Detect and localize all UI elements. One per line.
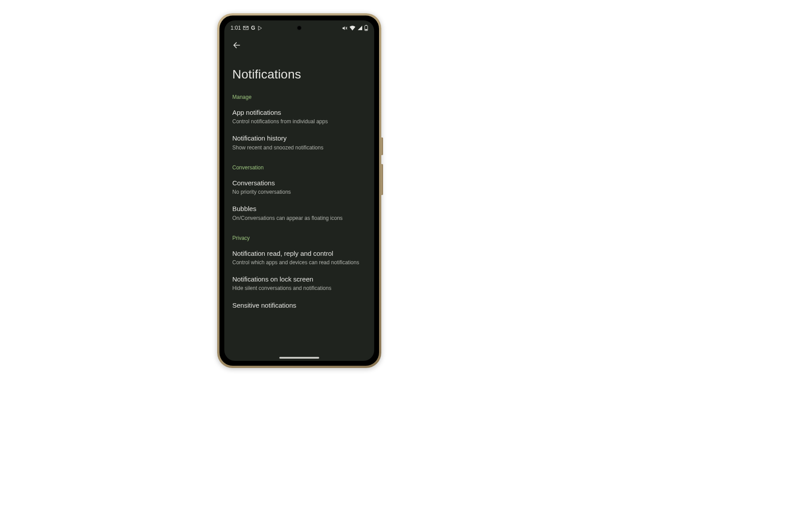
setting-notifications-on-lock-screen[interactable]: Notifications on lock screen Hide silent… (224, 270, 374, 296)
setting-title: Conversations (232, 179, 366, 188)
navigation-pill[interactable] (279, 357, 319, 359)
setting-title: Notification history (232, 134, 366, 143)
stage: 1:01 G (0, 0, 798, 532)
signal-icon (357, 25, 363, 31)
back-button[interactable] (229, 37, 245, 53)
setting-subtitle: No priority conversations (232, 188, 366, 196)
gmail-icon (243, 26, 249, 30)
status-time: 1:01 (231, 25, 241, 31)
google-icon: G (251, 25, 255, 31)
battery-icon (364, 25, 368, 31)
setting-app-notifications[interactable]: App notifications Control notifications … (224, 104, 374, 129)
settings-content: Notifications Manage App notifications C… (224, 35, 374, 361)
setting-title: Notification read, reply and control (232, 249, 366, 258)
section-header-manage: Manage (224, 85, 374, 104)
status-right (342, 25, 368, 31)
mute-icon (342, 25, 348, 31)
setting-title: Notifications on lock screen (232, 275, 366, 284)
setting-sensitive-notifications[interactable]: Sensitive notifications (224, 297, 374, 310)
setting-title: Sensitive notifications (232, 301, 366, 310)
svg-rect-2 (365, 29, 368, 30)
section-header-privacy: Privacy (224, 226, 374, 245)
setting-title: Bubbles (232, 204, 366, 213)
status-left: 1:01 G (231, 25, 262, 31)
status-bar: 1:01 G (224, 20, 374, 35)
page-title: Notifications (224, 55, 374, 85)
setting-title: App notifications (232, 108, 366, 117)
back-arrow-icon (232, 41, 241, 50)
svg-rect-1 (366, 25, 367, 25)
play-icon (258, 26, 262, 31)
phone-bezel: 1:01 G (219, 16, 379, 366)
setting-subtitle: Show recent and snoozed notifications (232, 144, 366, 151)
setting-subtitle: Hide silent conversations and notificati… (232, 285, 366, 292)
app-bar (224, 35, 374, 55)
side-button-power (381, 137, 383, 155)
phone-frame: 1:01 G (217, 13, 381, 368)
setting-conversations[interactable]: Conversations No priority conversations (224, 174, 374, 200)
screen: 1:01 G (224, 20, 374, 361)
setting-subtitle: Control notifications from individual ap… (232, 118, 366, 125)
setting-notification-read-reply-control[interactable]: Notification read, reply and control Con… (224, 245, 374, 270)
setting-bubbles[interactable]: Bubbles On/Conversations can appear as f… (224, 200, 374, 226)
setting-subtitle: On/Conversations can appear as floating … (232, 215, 366, 222)
wifi-icon (349, 25, 356, 31)
setting-subtitle: Control which apps and devices can read … (232, 259, 366, 266)
section-header-conversation: Conversation (224, 156, 374, 174)
setting-notification-history[interactable]: Notification history Show recent and sno… (224, 129, 374, 155)
side-button-volume (381, 164, 383, 195)
